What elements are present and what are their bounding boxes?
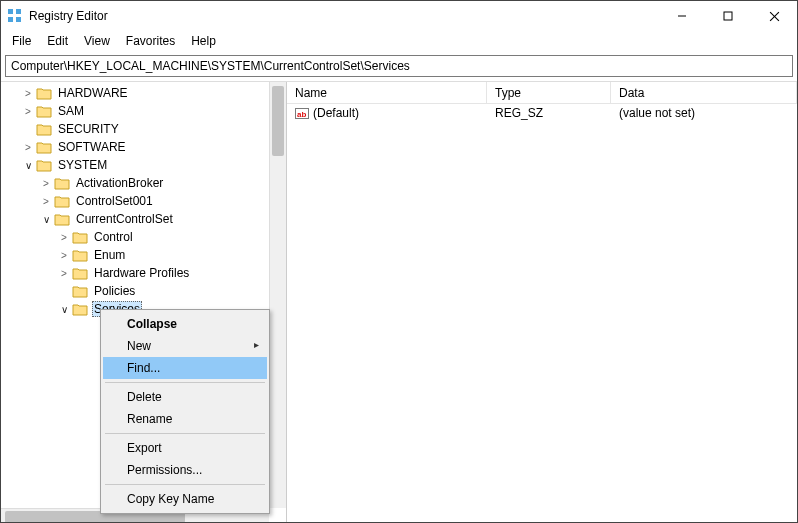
menu-view[interactable]: View [77,33,117,49]
expand-icon[interactable]: > [39,178,53,189]
tree-label: Policies [92,284,137,298]
expand-icon[interactable]: > [39,196,53,207]
expand-icon[interactable]: > [21,88,35,99]
value-row[interactable]: ab (Default) REG_SZ (value not set) [287,104,797,122]
folder-icon [72,266,88,280]
expand-icon[interactable]: > [57,268,71,279]
menu-edit[interactable]: Edit [40,33,75,49]
tree-item-activationbroker[interactable]: > ActivationBroker [1,174,286,192]
expand-icon[interactable]: > [21,142,35,153]
folder-icon [36,122,52,136]
folder-icon [72,230,88,244]
folder-icon [72,302,88,316]
menu-favorites[interactable]: Favorites [119,33,182,49]
menu-help[interactable]: Help [184,33,223,49]
svg-text:ab: ab [297,110,306,119]
menu-item-rename[interactable]: Rename [103,408,267,430]
tree-item-currentcontrolset[interactable]: ∨ CurrentControlSet [1,210,286,228]
folder-icon [54,176,70,190]
folder-icon [54,194,70,208]
regedit-icon [7,8,23,24]
menu-item-collapse[interactable]: Collapse [103,313,267,335]
menu-item-delete[interactable]: Delete [103,386,267,408]
tree-item-controlset001[interactable]: > ControlSet001 [1,192,286,210]
menu-item-find[interactable]: Find... [103,357,267,379]
tree-label: Control [92,230,135,244]
maximize-button[interactable] [705,1,751,31]
expand-icon[interactable]: > [21,106,35,117]
menu-separator [105,484,265,485]
menu-item-new[interactable]: New [103,335,267,357]
menu-item-permissions[interactable]: Permissions... [103,459,267,481]
window-title: Registry Editor [29,9,108,23]
expand-icon[interactable]: > [57,250,71,261]
menu-item-copy-key-name[interactable]: Copy Key Name [103,488,267,510]
svg-rect-5 [724,12,732,20]
column-header-type[interactable]: Type [487,82,611,103]
collapse-icon[interactable]: ∨ [39,214,53,225]
values-pane: Name Type Data ab (Default) REG_SZ (valu… [287,82,797,523]
collapse-icon[interactable]: ∨ [21,160,35,171]
value-data: (value not set) [611,106,797,120]
expand-icon [21,124,35,135]
svg-rect-0 [8,9,13,14]
folder-icon [72,248,88,262]
tree-label: HARDWARE [56,86,130,100]
menu-separator [105,433,265,434]
values-header: Name Type Data [287,82,797,104]
minimize-button[interactable] [659,1,705,31]
tree-label: ActivationBroker [74,176,165,190]
tree-vertical-scrollbar[interactable] [269,82,286,508]
folder-icon [36,140,52,154]
string-value-icon: ab [295,106,309,120]
value-type: REG_SZ [487,106,611,120]
tree-item-security[interactable]: SECURITY [1,120,286,138]
column-header-name[interactable]: Name [287,82,487,103]
menu-item-export[interactable]: Export [103,437,267,459]
expand-icon[interactable]: > [57,232,71,243]
close-button[interactable] [751,1,797,31]
column-header-data[interactable]: Data [611,82,797,103]
tree-label: Hardware Profiles [92,266,191,280]
tree-item-hardware[interactable]: > HARDWARE [1,84,286,102]
folder-icon [36,86,52,100]
tree-label: Enum [92,248,127,262]
collapse-icon[interactable]: ∨ [57,304,71,315]
tree-item-enum[interactable]: > Enum [1,246,286,264]
folder-icon [54,212,70,226]
tree-item-policies[interactable]: Policies [1,282,286,300]
tree-label: SECURITY [56,122,121,136]
tree-item-sam[interactable]: > SAM [1,102,286,120]
menu-file[interactable]: File [5,33,38,49]
tree-item-control[interactable]: > Control [1,228,286,246]
folder-icon [36,104,52,118]
folder-icon [72,284,88,298]
titlebar: Registry Editor [1,1,797,31]
tree-label: ControlSet001 [74,194,155,208]
tree-label: SOFTWARE [56,140,128,154]
scrollbar-thumb[interactable] [272,86,284,156]
address-bar[interactable]: Computer\HKEY_LOCAL_MACHINE\SYSTEM\Curre… [5,55,793,77]
menubar: File Edit View Favorites Help [1,31,797,51]
tree-label: CurrentControlSet [74,212,175,226]
window-controls [659,1,797,31]
svg-rect-3 [16,17,21,22]
tree-item-system[interactable]: ∨ SYSTEM [1,156,286,174]
tree-item-hardware-profiles[interactable]: > Hardware Profiles [1,264,286,282]
expand-icon [57,286,71,297]
tree-item-software[interactable]: > SOFTWARE [1,138,286,156]
svg-rect-2 [16,9,21,14]
menu-separator [105,382,265,383]
tree-label: SYSTEM [56,158,109,172]
folder-icon [36,158,52,172]
value-name: (Default) [313,106,359,120]
context-menu: Collapse New Find... Delete Rename Expor… [100,309,270,514]
tree-label: SAM [56,104,86,118]
svg-rect-1 [8,17,13,22]
